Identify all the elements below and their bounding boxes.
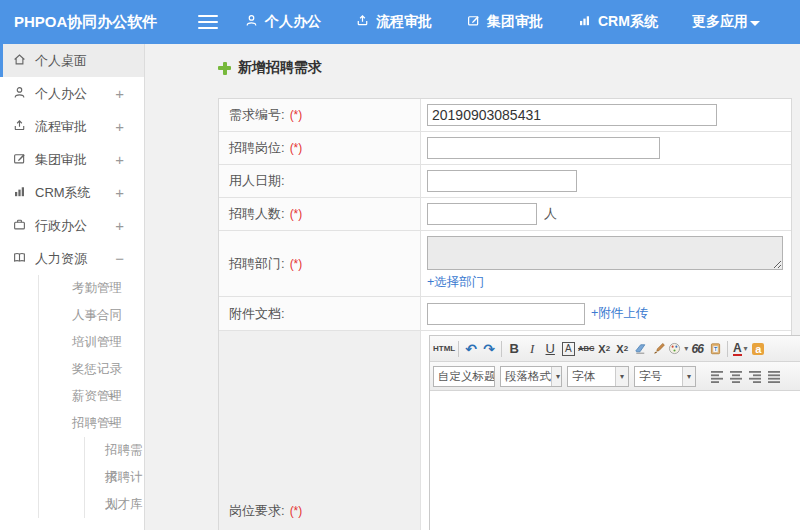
sidebar-subitem-recruitment[interactable]: 招聘管理 − — [39, 410, 144, 437]
editor-toolbar-row2: 自定义标题 ▾ 段落格式 ▾ 字体 ▾ 字号 ▾ — [430, 362, 800, 391]
page-title-text: 新增招聘需求 — [238, 59, 322, 77]
user-icon — [244, 13, 265, 31]
undo-button[interactable]: ↶ — [462, 339, 480, 359]
color-palette-button[interactable]: ▾ — [667, 339, 688, 359]
topnav-label: 个人办公 — [265, 13, 321, 31]
sidebar-item-admin-office[interactable]: 行政办公 + — [0, 209, 144, 242]
eraser-button[interactable] — [631, 339, 649, 359]
topnav-more-apps[interactable]: 更多应用 — [692, 13, 760, 31]
form-row-employ-date: 用人日期: — [219, 165, 791, 198]
field-label: 招聘部门: (*) — [219, 231, 421, 296]
font-color-button[interactable]: A▾ — [731, 339, 749, 359]
sidebar-subitem-salary[interactable]: 薪资管理 + — [39, 383, 144, 410]
recruit-dept-textarea[interactable] — [427, 236, 783, 270]
italic-button[interactable]: I — [523, 339, 541, 359]
superscript-button[interactable]: X2 — [595, 339, 613, 359]
topnav-group-approval[interactable]: 集团审批 — [466, 13, 543, 31]
collapse-icon[interactable]: − — [115, 250, 124, 267]
strikethrough-button[interactable]: ABC — [577, 339, 595, 359]
sidebar-subitem-attendance[interactable]: 考勤管理 — [39, 275, 144, 302]
redo-button[interactable]: ↷ — [480, 339, 498, 359]
paste-button[interactable]: T — [706, 339, 724, 359]
unit-suffix: 人 — [544, 205, 557, 223]
recruitment-demand-form: 需求编号: (*) 招聘岗位: (*) 用人日期: — [218, 98, 792, 530]
required-mark: (*) — [290, 108, 303, 122]
sidebar-item-label: 个人办公 — [35, 85, 87, 103]
font-size-dropdown[interactable]: 字号 ▾ — [634, 366, 696, 387]
expand-icon[interactable]: + — [115, 85, 124, 102]
demand-number-input[interactable] — [427, 104, 717, 126]
align-justify-button[interactable] — [764, 367, 783, 386]
sidebar-subitem-talent-pool[interactable]: 人才库 — [85, 491, 144, 518]
recruitment-submenu: 招聘需求 招聘计划 人才库 — [84, 437, 144, 518]
sidebar-item-label: CRM系统 — [35, 184, 91, 202]
sidebar-subitem-label: 人才库 — [105, 497, 143, 511]
sidebar-item-workflow-approval[interactable]: 流程审批 + — [0, 110, 144, 143]
top-bar: PHPOA协同办公软件 个人办公 流程审批 集团审批 CRM系统 更多应用 — [0, 0, 800, 44]
topnav-personal-office[interactable]: 个人办公 — [244, 13, 321, 31]
bold-button[interactable]: B — [505, 339, 523, 359]
paragraph-format-dropdown[interactable]: 段落格式 ▾ — [500, 366, 562, 387]
underline-button[interactable]: U — [541, 339, 559, 359]
page-title: 新增招聘需求 — [218, 59, 800, 77]
topnav-crm[interactable]: CRM系统 — [577, 13, 658, 31]
expand-icon[interactable]: + — [115, 118, 124, 135]
custom-heading-dropdown[interactable]: 自定义标题 ▾ — [433, 366, 495, 387]
expand-icon[interactable]: + — [115, 217, 124, 234]
align-right-button[interactable] — [745, 367, 764, 386]
sidebar-item-group-approval[interactable]: 集团审批 + — [0, 143, 144, 176]
highlight-color-button[interactable]: a — [749, 339, 767, 359]
field-label: 岗位要求: (*) — [219, 331, 421, 530]
sidebar-item-hr[interactable]: 人力资源 − — [0, 242, 144, 275]
topnav-label: 更多应用 — [692, 13, 748, 31]
blockquote-button[interactable]: 66 — [688, 339, 706, 359]
attachment-upload-link[interactable]: +附件上传 — [591, 305, 648, 322]
collapse-icon[interactable]: − — [108, 410, 116, 437]
editor-content-area[interactable] — [430, 391, 800, 530]
sidebar-subitem-rewards[interactable]: 奖惩记录 — [39, 356, 144, 383]
topnav-workflow-approval[interactable]: 流程审批 — [355, 13, 432, 31]
home-icon — [12, 52, 35, 70]
font-style-button[interactable]: A — [559, 339, 577, 359]
sidebar-subitem-label: 奖惩记录 — [72, 362, 122, 376]
sidebar-item-personal-office[interactable]: 个人办公 + — [0, 77, 144, 110]
sidebar-subitem-recruit-plan[interactable]: 招聘计划 — [85, 464, 144, 491]
sidebar-subitem-hr-contract[interactable]: 人事合同 — [39, 302, 144, 329]
subscript-button[interactable]: X2 — [613, 339, 631, 359]
editor-toolbar-row1: HTML ↶ ↷ B I U A ABC X2 X2 ▾ — [430, 336, 800, 362]
sidebar-item-personal-desktop[interactable]: 个人桌面 — [0, 44, 144, 77]
hr-submenu: 考勤管理 人事合同 培训管理 奖惩记录 薪资管理 + 招聘管理 − 招聘需求 招… — [38, 275, 144, 518]
form-row-recruit-dept: 招聘部门: (*) +选择部门 — [219, 231, 791, 297]
align-left-button[interactable] — [707, 367, 726, 386]
required-mark: (*) — [290, 504, 303, 518]
sidebar-subitem-recruit-demand[interactable]: 招聘需求 — [85, 437, 144, 464]
caret-down-icon: ▾ — [682, 367, 695, 386]
expand-icon[interactable]: + — [108, 383, 116, 410]
employ-date-input[interactable] — [427, 170, 577, 192]
main-content: 新增招聘需求 需求编号: (*) 招聘岗位: (*) 用人日期: — [146, 44, 800, 530]
sidebar-subitem-training[interactable]: 培训管理 — [39, 329, 144, 356]
expand-icon[interactable]: + — [115, 184, 124, 201]
html-source-button[interactable]: HTML — [433, 339, 455, 359]
expand-icon[interactable]: + — [115, 151, 124, 168]
hamburger-menu-icon[interactable] — [198, 11, 218, 33]
attachment-input[interactable] — [427, 303, 585, 325]
align-center-button[interactable] — [726, 367, 745, 386]
field-label: 招聘人数: (*) — [219, 198, 421, 230]
font-family-dropdown[interactable]: 字体 ▾ — [567, 366, 629, 387]
form-row-position-requirements: 岗位要求: (*) HTML ↶ ↷ B I U A ABC — [219, 331, 791, 530]
app-logo: PHPOA协同办公软件 — [0, 13, 150, 32]
sidebar-subitem-label: 人事合同 — [72, 308, 122, 322]
sidebar-item-crm[interactable]: CRM系统 + — [0, 176, 144, 209]
workflow-icon — [12, 118, 35, 136]
rich-text-editor: HTML ↶ ↷ B I U A ABC X2 X2 ▾ — [429, 335, 800, 530]
recruit-position-input[interactable] — [427, 137, 660, 159]
recruit-count-input[interactable] — [427, 203, 537, 225]
format-painter-button[interactable] — [649, 339, 667, 359]
plus-icon — [218, 62, 231, 75]
sidebar-item-label: 流程审批 — [35, 118, 87, 136]
topnav-label: 集团审批 — [487, 13, 543, 31]
edit-icon — [466, 13, 487, 31]
select-dept-link[interactable]: +选择部门 — [427, 274, 484, 291]
topnav-label: 流程审批 — [376, 13, 432, 31]
